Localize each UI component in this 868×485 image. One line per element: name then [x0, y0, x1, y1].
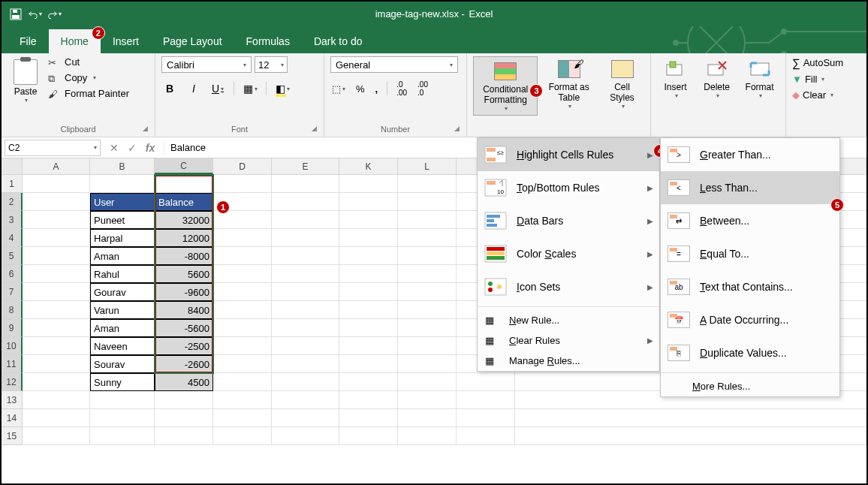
cell-K1[interactable]	[339, 175, 398, 193]
format-painter-button[interactable]: 🖌Format Painter	[48, 88, 129, 99]
column-header-E[interactable]: E	[272, 158, 339, 174]
cell-D4[interactable]	[213, 229, 272, 247]
cell-K6[interactable]	[339, 265, 398, 283]
row-header-11[interactable]: 11	[2, 355, 23, 373]
row-header-4[interactable]: 4	[2, 229, 23, 247]
column-header-K[interactable]: K	[339, 158, 398, 174]
cell-B15[interactable]	[90, 427, 155, 445]
cell-K10[interactable]	[339, 337, 398, 355]
cell-A4[interactable]	[23, 229, 90, 247]
cell-A9[interactable]	[23, 319, 90, 337]
cell-C6[interactable]: 5600	[155, 265, 213, 283]
accounting-format-button[interactable]: ⬚▾	[330, 80, 347, 97]
cell-B9[interactable]: Aman	[90, 319, 155, 337]
submenu-text-contains[interactable]: ab Text that Contains...	[661, 270, 839, 303]
cell-A12[interactable]	[23, 373, 90, 391]
copy-button[interactable]: ⧉Copy ▾	[48, 72, 129, 83]
autosum-button[interactable]: ∑AutoSum	[792, 56, 858, 69]
number-format-select[interactable]: General▾	[330, 56, 458, 73]
row-header-14[interactable]: 14	[2, 409, 23, 427]
cell-C5[interactable]: -8000	[155, 247, 213, 265]
cell-C8[interactable]: 8400	[155, 301, 213, 319]
tab-formulas[interactable]: Formulas	[234, 29, 302, 53]
cell-S14[interactable]	[457, 409, 515, 427]
submenu-greater-than[interactable]: > Greater Than...	[661, 138, 839, 171]
submenu-less-than[interactable]: < Less Than... 5	[661, 171, 839, 204]
cell-K13[interactable]	[339, 391, 398, 409]
row-header-8[interactable]: 8	[2, 301, 23, 319]
cell-A8[interactable]	[23, 301, 90, 319]
cell-S13[interactable]	[457, 391, 515, 409]
cell-C1[interactable]	[155, 175, 213, 193]
cell-L5[interactable]	[398, 247, 457, 265]
menu-highlight-cells-rules[interactable]: ≤≥ Highlight Cells Rules ▶ 4	[478, 138, 659, 171]
cell-E10[interactable]	[272, 337, 339, 355]
menu-manage-rules[interactable]: ▦Manage Rules...	[478, 351, 659, 371]
clipboard-dialog-launcher[interactable]: ◢	[143, 125, 152, 134]
column-header-C[interactable]: C	[155, 158, 213, 174]
cell-C15[interactable]	[155, 427, 213, 445]
column-header-B[interactable]: B	[90, 158, 155, 174]
select-all-corner[interactable]	[2, 158, 23, 174]
submenu-date-occurring[interactable]: 📅 A Date Occurring...	[661, 303, 839, 336]
cell-A2[interactable]	[23, 193, 90, 211]
submenu-duplicate-values[interactable]: ⎘ Duplicate Values...	[661, 336, 839, 369]
submenu-more-rules[interactable]: More Rules...	[661, 376, 839, 396]
cell-L9[interactable]	[398, 319, 457, 337]
cell-B8[interactable]: Varun	[90, 301, 155, 319]
cell-L11[interactable]	[398, 355, 457, 373]
cell-A10[interactable]	[23, 337, 90, 355]
redo-icon[interactable]: ▾	[48, 8, 62, 21]
menu-clear-rules[interactable]: ▦Clear Rules▶	[478, 330, 659, 351]
cell-A13[interactable]	[23, 391, 90, 409]
cell-D11[interactable]	[213, 355, 272, 373]
cell-styles-button[interactable]: Cell Styles▾	[600, 56, 644, 116]
cell-D15[interactable]	[213, 427, 272, 445]
menu-data-bars[interactable]: Data Bars▶	[478, 204, 659, 237]
cell-E1[interactable]	[272, 175, 339, 193]
cell-B3[interactable]: Puneet	[90, 211, 155, 229]
cell-B13[interactable]	[90, 391, 155, 409]
cell-L2[interactable]	[398, 193, 457, 211]
fx-icon[interactable]: fx	[141, 140, 159, 156]
row-header-5[interactable]: 5	[2, 247, 23, 265]
cut-button[interactable]: ✂Cut	[48, 56, 129, 68]
cell-A15[interactable]	[23, 427, 90, 445]
cell-D8[interactable]	[213, 301, 272, 319]
cell-C9[interactable]: -5600	[155, 319, 213, 337]
cell-L8[interactable]	[398, 301, 457, 319]
cell-C7[interactable]: -9600	[155, 283, 213, 301]
cell-A14[interactable]	[23, 409, 90, 427]
cell-B2[interactable]: User	[90, 193, 155, 211]
row-header-15[interactable]: 15	[2, 427, 23, 445]
cell-K15[interactable]	[339, 427, 398, 445]
undo-icon[interactable]: ▾	[29, 8, 42, 21]
save-icon[interactable]	[9, 8, 23, 21]
row-header-9[interactable]: 9	[2, 319, 23, 337]
cell-A6[interactable]	[23, 265, 90, 283]
cell-K8[interactable]	[339, 301, 398, 319]
font-size-select[interactable]: 12▾	[255, 56, 288, 73]
cell-D12[interactable]	[213, 373, 272, 391]
cell-E9[interactable]	[272, 319, 339, 337]
row-header-1[interactable]: 1	[2, 175, 23, 193]
cell-A3[interactable]	[23, 211, 90, 229]
cell-A11[interactable]	[23, 355, 90, 373]
cell-E11[interactable]	[272, 355, 339, 373]
font-dialog-launcher[interactable]: ◢	[312, 125, 321, 134]
conditional-formatting-button[interactable]: Conditional Formatting ▾ 3	[473, 56, 538, 116]
tab-home[interactable]: Home 2	[49, 29, 101, 53]
cell-B10[interactable]: Naveen	[90, 337, 155, 355]
column-header-L[interactable]: L	[398, 158, 457, 174]
row-header-2[interactable]: 2	[2, 193, 23, 211]
cell-E6[interactable]	[272, 265, 339, 283]
cell-D5[interactable]	[213, 247, 272, 265]
cell-L4[interactable]	[398, 229, 457, 247]
cell-K11[interactable]	[339, 355, 398, 373]
bold-button[interactable]: B	[161, 80, 178, 97]
cell-B4[interactable]: Harpal	[90, 229, 155, 247]
comma-style-button[interactable]: ,	[374, 80, 380, 97]
cell-B6[interactable]: Rahul	[90, 265, 155, 283]
cell-L6[interactable]	[398, 265, 457, 283]
percent-button[interactable]: %	[354, 80, 366, 97]
